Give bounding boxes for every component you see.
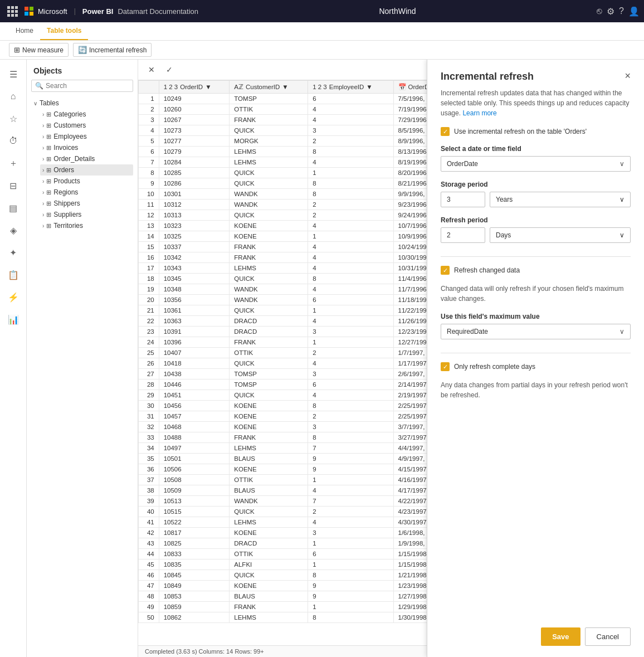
recent-icon[interactable]: ⏱ [3,131,23,151]
user-button[interactable]: 👤 [628,6,640,17]
table-cell: OTTIK [230,104,308,115]
hamburger-menu-icon[interactable]: ☰ [3,64,23,84]
table-cell: 8 [308,147,393,157]
table-item-territories[interactable]: › ⊞ Territories [40,220,133,231]
panel-close-button[interactable]: × [625,71,631,81]
row-number: 38 [139,485,159,496]
table-cell: 4 [308,104,393,115]
panel-header: Incremental refresh × [441,71,631,82]
share-button[interactable]: ⎋ [597,6,602,16]
apps-icon[interactable]: ⚡ [3,287,23,307]
table-item-shippers[interactable]: › ⊞ Shippers [40,198,133,209]
table-cell: 10391 [159,327,230,337]
chart-active-icon[interactable]: 📊 [3,309,23,329]
table-cell: 10260 [159,104,230,115]
home-icon[interactable]: ⌂ [3,86,23,106]
table-item-products[interactable]: › ⊞ Products [40,176,133,187]
cancel-button[interactable]: Cancel [585,627,631,646]
row-number: 5 [139,136,159,147]
storage-period-num-input[interactable] [441,192,485,207]
table-cell: KOENE [230,231,308,242]
objects-panel: Objects 🔍 ∨ Tables › ⊞ Categories [27,60,138,657]
panel-title: Incremental refresh [441,71,534,82]
use-incremental-checkbox[interactable]: ✓ [441,127,450,136]
favorites-icon[interactable]: ☆ [3,109,23,129]
only-complete-days-checkbox[interactable]: ✓ [441,362,450,371]
table-cell: 2 [308,210,393,221]
row-number: 6 [139,147,159,157]
table-item-invoices[interactable]: › ⊞ Invoices [40,142,133,153]
table-cell: QUICK [230,305,308,316]
help-button[interactable]: ? [619,6,624,16]
learn-more-link[interactable]: Learn more [462,109,496,117]
grid-menu-icon[interactable] [4,3,20,19]
table-item-customers[interactable]: › ⊞ Customers [40,120,133,131]
table-item-employees[interactable]: › ⊞ Employees [40,131,133,142]
chevron-down-icon: ∨ [619,231,625,239]
table-cell: 10313 [159,210,230,221]
center-title: NorthWind [203,7,592,16]
col-header-orderid[interactable]: 1 2 3OrderID▼ [159,81,230,94]
table-cell: DRACD [230,327,308,337]
table-cell: LEHMS [230,517,308,528]
confirm-edit-icon[interactable]: ✓ [163,63,176,76]
incremental-refresh-button[interactable]: 🔄 Incremental refresh [73,43,152,57]
col-header-customerid[interactable]: AℤCustomerID▼ [230,81,308,94]
table-cell: 10845 [159,570,230,581]
table-cell: 1 [308,538,393,549]
model-icon[interactable]: ◈ [3,220,23,240]
table-item-suppliers[interactable]: › ⊞ Suppliers [40,209,133,220]
date-field-select[interactable]: OrderDate ∨ [441,156,631,172]
explore-icon[interactable]: ✦ [3,242,23,262]
table-cell: 10862 [159,612,230,623]
panel-footer: Save Cancel [441,616,631,646]
max-value-select[interactable]: RequiredDate ∨ [441,324,631,339]
row-number: 48 [139,591,159,602]
table-cell: WANDK [230,284,308,295]
tab-home[interactable]: Home [9,22,40,40]
row-number: 7 [139,157,159,168]
storage-period-unit-select[interactable]: Years ∨ [490,192,631,207]
table-cell: FRANK [230,115,308,125]
create-icon[interactable]: ＋ [3,153,23,173]
table-item-orders[interactable]: › ⊞ Orders [40,164,133,176]
table-cell: 10325 [159,231,230,242]
chevron-down-icon: ∨ [619,328,625,335]
row-number: 34 [139,443,159,454]
row-number: 35 [139,454,159,464]
col-header-employeeid[interactable]: 1 2 3EmployeeID▼ [308,81,393,94]
refresh-changed-data-checkbox[interactable]: ✓ [441,266,450,275]
tables-header[interactable]: ∨ Tables [31,98,133,109]
row-number: 21 [139,305,159,316]
refresh-period-num-input[interactable] [441,227,485,243]
search-input[interactable] [46,82,129,90]
refresh-period-unit-select[interactable]: Days ∨ [490,227,631,243]
table-cell: 10267 [159,115,230,125]
table-cell: KOENE [230,422,308,432]
ribbon-tabs: Home Table tools [0,22,644,41]
table-cell: DRACD [230,316,308,327]
close-edit-icon[interactable]: ✕ [145,63,158,76]
table-item-categories[interactable]: › ⊞ Categories [40,109,133,120]
table-cell: 10488 [159,432,230,443]
date-field-label: Select a date or time field [441,145,631,153]
save-button[interactable]: Save [541,627,580,646]
row-number: 13 [139,221,159,231]
report-icon[interactable]: ▤ [3,198,23,218]
table-cell: 1 [308,305,393,316]
refresh-icon: 🔄 [78,46,87,54]
metrics-icon[interactable]: 📋 [3,265,23,285]
new-measure-button[interactable]: ⊞ New measure [9,43,69,57]
table-cell: 10249 [159,94,230,104]
table-item-regions[interactable]: › ⊞ Regions [40,187,133,198]
row-number: 14 [139,231,159,242]
table-cell: 8 [308,432,393,443]
table-item-order-details[interactable]: › ⊞ Order_Details [40,153,133,164]
table-cell: 10497 [159,443,230,454]
tab-table-tools[interactable]: Table tools [40,22,88,40]
row-number: 43 [139,538,159,549]
settings-button[interactable]: ⚙ [607,6,614,17]
search-box[interactable]: 🔍 [31,80,133,92]
table-cell: 4 [308,115,393,125]
data-icon[interactable]: ⊟ [3,176,23,196]
